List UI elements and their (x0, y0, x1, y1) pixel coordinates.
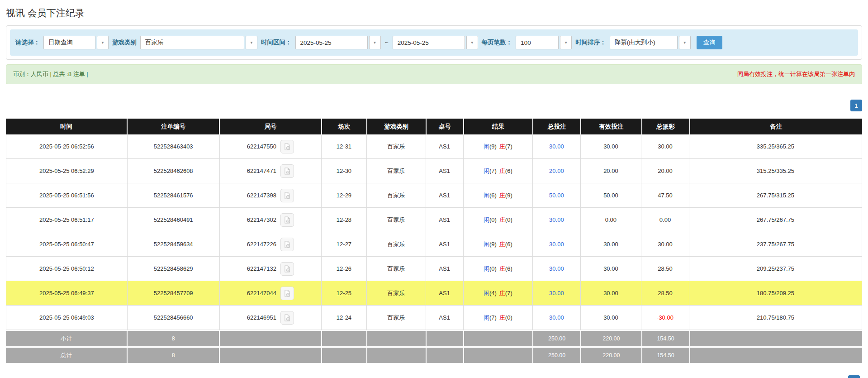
cell-round: 622147398 (219, 183, 321, 207)
total-bet-link[interactable]: 30.00 (549, 265, 564, 272)
cell-result: 闲(4)庄(7) (463, 281, 532, 305)
cell-table-no: AS1 (426, 281, 463, 305)
result-player-label: 闲 (484, 265, 489, 273)
cell-remark: 180.75/209.25 (689, 281, 862, 305)
cell-payout: 28.50 (641, 257, 689, 281)
game-type-select[interactable]: 百家乐 ▼ (140, 36, 257, 49)
total-bet-link[interactable]: 50.00 (549, 192, 564, 199)
date-from-value: 2025-05-25 (295, 36, 368, 49)
total-bet-link[interactable]: 30.00 (549, 216, 564, 223)
cell-result: 闲(0)庄(0) (463, 208, 532, 232)
cell-game-type: 百家乐 (366, 208, 425, 232)
subtotal-empty-cell (463, 331, 532, 346)
chevron-down-icon: ▼ (246, 36, 257, 49)
video-record-button[interactable] (280, 287, 294, 300)
cell-valid-bet: 30.00 (580, 232, 641, 256)
cell-game-type: 百家乐 (366, 232, 425, 256)
round-number: 622147044 (247, 290, 276, 297)
cell-session: 12-29 (321, 183, 366, 207)
result-banker-label: 庄 (499, 314, 505, 322)
page-number-button[interactable]: 1 (850, 100, 862, 111)
cell-remark: 267.75/315.25 (689, 183, 862, 207)
result-banker-label: 庄 (499, 216, 505, 224)
result-player-label: 闲 (484, 167, 489, 175)
round-number: 622147226 (247, 241, 276, 248)
result-banker-score: (9) (505, 192, 512, 199)
cell-payout: 20.00 (641, 159, 689, 183)
cell-payout: 28.50 (641, 281, 689, 305)
chevron-down-icon: ▼ (466, 36, 478, 49)
range-separator: ~ (384, 39, 389, 46)
search-button[interactable]: 查询 (697, 36, 722, 49)
result-banker-label: 庄 (499, 143, 505, 151)
result-banker-score: (6) (505, 167, 512, 174)
cell-session: 12-25 (321, 281, 366, 305)
result-player-label: 闲 (484, 191, 489, 200)
per-page-label: 每页笔数： (482, 38, 512, 47)
video-record-button[interactable] (280, 311, 294, 325)
result-banker-score: (7) (505, 143, 512, 150)
game-type-value: 百家乐 (140, 36, 244, 49)
total-bet-link[interactable]: 30.00 (549, 290, 564, 297)
table-row: 2025-05-25 06:49:03 522528456660 6221469… (6, 306, 862, 330)
total-bet-link[interactable]: 20.00 (549, 167, 564, 174)
subtotal-empty-cell (366, 331, 426, 346)
result-player-score: (7) (489, 314, 497, 321)
query-type-select[interactable]: 日期查询 ▼ (43, 36, 109, 49)
header-table-no: 桌号 (426, 119, 463, 134)
betting-records-page: 视讯 会员下注纪录 请选择： 日期查询 ▼ 游戏类别 百家乐 ▼ 时间区间： 2… (0, 7, 868, 363)
cell-payout: 30.00 (641, 232, 689, 256)
cell-game-type: 百家乐 (366, 159, 425, 183)
result-banker-label: 庄 (499, 240, 505, 249)
result-player-label: 闲 (484, 314, 489, 322)
cell-table-no: AS1 (426, 208, 463, 232)
total-row: 总计 8 250.00 220.00 154.50 (6, 348, 862, 363)
chevron-down-icon: ▼ (679, 36, 691, 49)
header-bet-id: 注单编号 (127, 119, 219, 134)
total-bet-link[interactable]: 30.00 (549, 241, 564, 248)
total-bet-link[interactable]: 30.00 (549, 314, 564, 321)
payout-value: 20.00 (658, 167, 673, 174)
result-banker-label: 庄 (499, 191, 505, 200)
per-page-select[interactable]: 100 ▼ (516, 36, 572, 49)
header-time: 时间 (6, 119, 127, 134)
pagination-top: 1 (6, 100, 862, 111)
payout-value: 47.50 (658, 192, 673, 199)
chevron-down-icon: ▼ (97, 36, 109, 49)
page-number-button[interactable]: 1 (848, 375, 860, 378)
cell-time: 2025-05-25 06:50:12 (6, 257, 127, 281)
result-player-score: (9) (489, 143, 497, 150)
query-type-value: 日期查询 (43, 36, 95, 49)
cell-round: 622147302 (219, 208, 321, 232)
cell-table-no: AS1 (426, 257, 463, 281)
video-record-button[interactable] (280, 140, 294, 153)
cell-result: 闲(7)庄(0) (463, 306, 532, 330)
cell-time: 2025-05-25 06:51:17 (6, 208, 127, 232)
table-row: 2025-05-25 06:51:56 522528461576 6221473… (6, 183, 862, 208)
video-record-button[interactable] (280, 213, 294, 227)
cell-time: 2025-05-25 06:51:56 (6, 183, 127, 207)
sort-select[interactable]: 降冪(由大到小) ▼ (610, 36, 691, 49)
subtotal-payout: 154.50 (641, 331, 689, 346)
sort-value: 降冪(由大到小) (610, 36, 678, 49)
date-from-select[interactable]: 2025-05-25 ▼ (295, 36, 381, 49)
subtotal-total-bet: 250.00 (532, 331, 580, 346)
result-banker-score: (7) (505, 290, 512, 297)
video-record-button[interactable] (280, 164, 294, 178)
total-bet-link[interactable]: 30.00 (549, 143, 564, 150)
cell-remark: 237.75/267.75 (689, 232, 862, 256)
result-player-score: (4) (489, 290, 497, 297)
cell-result: 闲(7)庄(6) (463, 159, 532, 183)
subtotal-count: 8 (127, 331, 219, 346)
cell-game-type: 百家乐 (366, 306, 425, 330)
payout-value: 30.00 (658, 143, 673, 150)
video-record-button[interactable] (280, 238, 294, 251)
video-record-button[interactable] (280, 262, 294, 276)
cell-game-type: 百家乐 (366, 134, 425, 158)
betting-table: 时间 注单编号 局号 场次 游戏类别 桌号 结果 总投注 有效投注 总派彩 备注… (6, 119, 862, 363)
result-banker-score: (0) (505, 216, 512, 223)
payout-value: 28.50 (658, 290, 673, 297)
cell-round: 622147550 (219, 134, 321, 158)
video-record-button[interactable] (280, 189, 294, 202)
date-to-select[interactable]: 2025-05-25 ▼ (393, 36, 478, 49)
